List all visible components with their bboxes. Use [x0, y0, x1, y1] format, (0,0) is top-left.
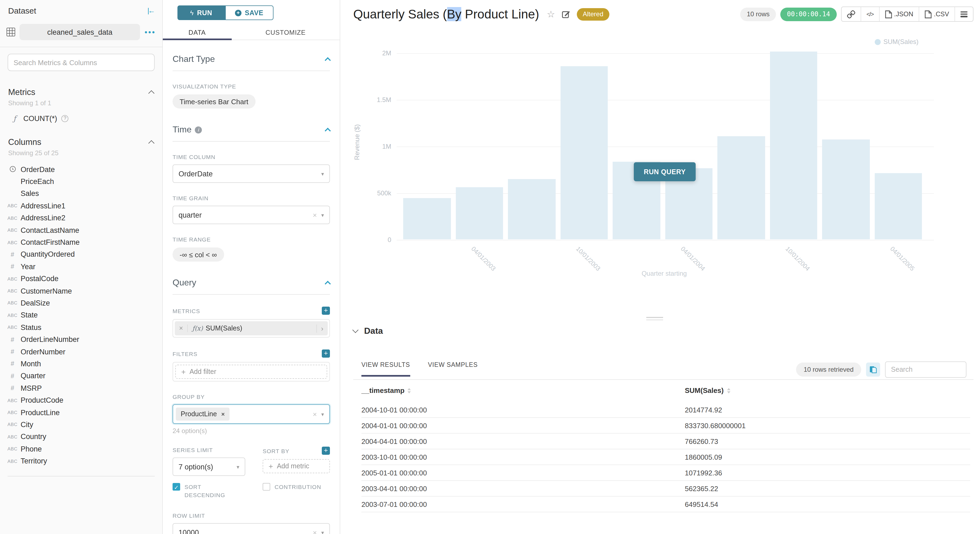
column-item[interactable]: ABCCity [0, 418, 162, 431]
chevron-up-icon[interactable] [325, 57, 331, 64]
time-column-select[interactable]: OrderDate ▾ [173, 164, 330, 183]
hash-icon: # [4, 264, 21, 270]
clear-icon[interactable]: × [313, 528, 317, 534]
column-item[interactable]: ABCContactLastName [0, 224, 162, 236]
sort-descending-checkbox[interactable]: ✓ [173, 483, 180, 491]
export-json-label: .JSON [894, 10, 913, 18]
column-item[interactable]: ABCDealSize [0, 297, 162, 309]
column-item[interactable]: ABCProductLine [0, 407, 162, 419]
chevron-up-icon[interactable] [148, 91, 155, 97]
chevron-up-icon[interactable] [148, 140, 155, 146]
info-icon[interactable]: i [195, 126, 202, 133]
column-item[interactable]: #Quarter [0, 370, 162, 382]
column-item[interactable]: ABCPostalCode [0, 273, 162, 285]
favorite-star-icon[interactable]: ☆ [547, 8, 555, 20]
menu-button[interactable] [955, 7, 973, 21]
column-item[interactable]: #Year [0, 261, 162, 273]
help-icon[interactable]: ? [62, 115, 68, 122]
clear-icon[interactable]: × [313, 410, 317, 418]
add-sort-metric-dropzone[interactable]: + Add metric [262, 459, 330, 473]
column-item[interactable]: ABCPhone [0, 443, 162, 455]
tab-view-results[interactable]: VIEW RESULTS [361, 361, 410, 377]
column-item[interactable]: #MSRP [0, 382, 162, 394]
column-item[interactable]: ABCState [0, 309, 162, 321]
column-item[interactable]: ABCStatus [0, 321, 162, 334]
chevron-up-icon[interactable] [325, 128, 331, 134]
tab-data[interactable]: DATA [163, 25, 231, 40]
chart-title-text: Quarterly Sales ( [353, 7, 447, 21]
save-button[interactable]: + SAVE [225, 5, 274, 20]
column-item[interactable]: ABCTerritory [0, 455, 162, 467]
search-metrics-input[interactable] [8, 54, 155, 71]
column-item[interactable]: ABCProductCode [0, 394, 162, 407]
metric-chip[interactable]: × ƒ(x) SUM(Sales) › [175, 321, 328, 335]
add-metric-button[interactable]: + [322, 307, 330, 315]
sort-icon[interactable] [727, 388, 730, 393]
hash-icon: # [4, 373, 21, 379]
group-by-select[interactable]: ProductLine × × ▾ [173, 404, 330, 424]
clear-icon[interactable]: × [313, 211, 317, 219]
add-sort-metric-button[interactable]: + [322, 447, 330, 455]
column-item[interactable]: #QuantityOrdered [0, 248, 162, 261]
column-item[interactable]: PriceEach [0, 176, 162, 188]
column-header-timestamp[interactable]: __timestamp [361, 386, 685, 394]
viz-type-pill[interactable]: Time-series Bar Chart [173, 94, 255, 108]
column-item[interactable]: ABCCountry [0, 431, 162, 443]
metrics-label: METRICS [173, 307, 200, 314]
tab-view-samples[interactable]: VIEW SAMPLES [428, 361, 477, 377]
explore-page: Dataset |← cleaned_sales_data ●●● Metric… [0, 0, 980, 534]
column-item[interactable]: Sales [0, 188, 162, 200]
tab-customize[interactable]: CUSTOMIZE [231, 25, 340, 40]
copy-data-button[interactable] [866, 362, 880, 377]
contribution-checkbox[interactable] [262, 483, 270, 491]
metric-item[interactable]: ƒ COUNT(*) ? [0, 114, 162, 122]
embed-code-button[interactable]: </> [861, 7, 879, 21]
altered-badge[interactable]: Altered [577, 8, 609, 21]
divider [173, 141, 330, 141]
run-query-button[interactable]: RUN QUERY [634, 162, 696, 181]
column-item[interactable]: #OrderNumber [0, 346, 162, 358]
time-range-pill[interactable]: -∞ ≤ col < ∞ [173, 248, 224, 262]
group-by-chip[interactable]: ProductLine × [176, 408, 229, 421]
run-button[interactable]: ϟ RUN [177, 5, 225, 20]
rows-retrieved-badge: 10 rows retrieved [796, 362, 861, 377]
export-csv-button[interactable]: .CSV [919, 7, 955, 21]
chart-title[interactable]: Quarterly Sales (By Product Line) [353, 7, 539, 21]
column-item[interactable]: #Month [0, 358, 162, 370]
results-search-input[interactable] [885, 361, 966, 378]
series-limit-select[interactable]: 7 option(s) ▾ [173, 458, 245, 476]
column-label: State [21, 311, 38, 319]
column-item[interactable]: ABCAddressLine1 [0, 200, 162, 212]
column-label: Month [21, 360, 41, 368]
dataset-name-pill[interactable]: cleaned_sales_data [19, 24, 140, 40]
column-item[interactable]: ABCContactFirstName [0, 236, 162, 248]
copy-link-button[interactable] [842, 7, 861, 21]
edit-title-icon[interactable] [562, 10, 570, 19]
chevron-down-icon[interactable] [352, 327, 359, 333]
export-json-button[interactable]: .JSON [879, 7, 919, 21]
column-item[interactable]: #OrderLineNumber [0, 334, 162, 346]
sort-icon[interactable] [408, 388, 411, 393]
chevron-up-icon[interactable] [325, 281, 331, 287]
column-label: OrderNumber [21, 348, 65, 356]
add-filter-button[interactable]: + [322, 350, 330, 358]
remove-chip-icon[interactable]: × [221, 411, 225, 417]
panel-resize-handle[interactable] [646, 317, 663, 322]
chart-legend[interactable]: SUM(Sales) [875, 38, 918, 46]
add-filter-dropzone[interactable]: + Add filter [175, 365, 327, 379]
metrics-showing-count: Showing 1 of 1 [0, 99, 162, 107]
column-header-metric[interactable]: SUM(Sales) [685, 386, 730, 394]
column-item[interactable]: ABCCustomerName [0, 285, 162, 297]
time-grain-select[interactable]: quarter × ▾ [173, 206, 330, 224]
dataset-more-icon[interactable]: ●●● [144, 29, 156, 35]
expand-metric-icon[interactable]: › [316, 324, 328, 332]
filters-label: FILTERS [173, 350, 197, 357]
column-item[interactable]: OrderDate [0, 163, 162, 176]
y-axis-tick-label: 2M [359, 49, 391, 57]
column-item[interactable]: ABCAddressLine2 [0, 212, 162, 224]
collapse-panel-icon[interactable]: |← [147, 6, 154, 15]
remove-metric-icon[interactable]: × [175, 324, 188, 332]
time-range-label: TIME RANGE [173, 236, 330, 243]
y-axis-tick-label: 1.5M [359, 96, 391, 103]
row-limit-select[interactable]: 10000 × ▾ [173, 523, 330, 534]
